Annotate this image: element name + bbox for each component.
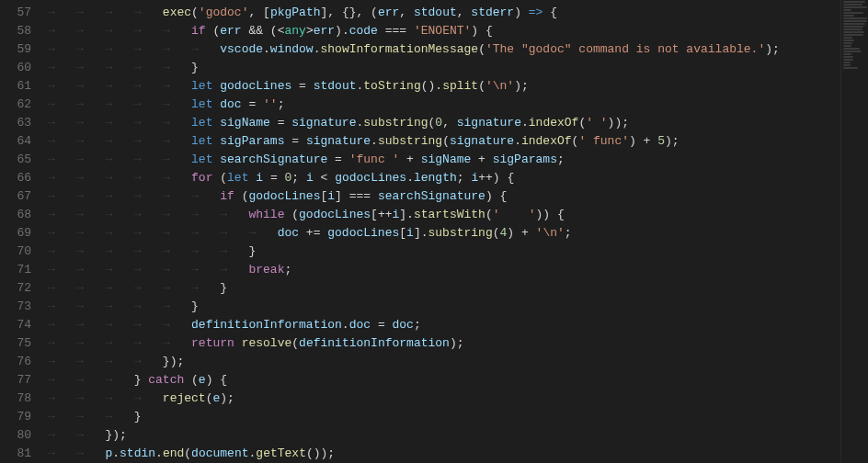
token-kw: let	[191, 96, 212, 114]
minimap-line	[843, 37, 852, 39]
token-punc: .	[155, 445, 163, 463]
line-number: 67	[0, 187, 48, 206]
token-punc: ) {	[471, 22, 492, 40]
whitespace-indent: → → → → →	[48, 298, 191, 316]
token-punc: (	[191, 4, 199, 22]
minimap-line	[843, 42, 852, 44]
token-punc: ,	[457, 4, 472, 22]
token-var: stdin	[120, 445, 155, 463]
token-fn: startsWith	[414, 206, 485, 224]
line-number: 72	[0, 279, 48, 298]
token-punc: ;	[414, 316, 421, 334]
token-punc: (	[212, 169, 227, 187]
token-punc: ) {	[485, 187, 507, 206]
token-punc: ) +	[507, 224, 535, 243]
minimap-line	[843, 1, 865, 3]
code-line[interactable]: → → → }	[48, 408, 840, 426]
code-line[interactable]: → → → → → return resolve(definitionInfor…	[48, 334, 840, 353]
code-line[interactable]: → → → → });	[48, 353, 840, 371]
token-punc: ).	[335, 22, 349, 40]
token-punc: (	[493, 224, 500, 243]
token-plain	[212, 114, 220, 132]
code-line[interactable]: → → → → → → → → doc += godocLines[i].sub…	[48, 224, 840, 243]
token-var: e	[212, 390, 220, 408]
whitespace-indent: → → → → →	[48, 151, 191, 169]
token-str: ' '	[586, 114, 607, 132]
whitespace-indent: → →	[48, 426, 105, 445]
code-line[interactable]: → → → → → let doc = '';	[48, 96, 840, 114]
token-typ: any	[284, 22, 305, 40]
minimap[interactable]	[840, 0, 868, 463]
code-line[interactable]: → → → → → → → break;	[48, 261, 840, 279]
code-line[interactable]: → → → → → → }	[48, 279, 840, 298]
code-line[interactable]: → → → → → → if (godocLines[i] === search…	[48, 187, 840, 206]
code-line[interactable]: → → → → → let godocLines = stdout.toStri…	[48, 77, 840, 96]
line-number: 60	[0, 59, 48, 77]
code-line[interactable]: → → p.stdin.end(document.getText());	[48, 445, 840, 463]
token-punc: (	[184, 445, 191, 463]
code-line[interactable]: → → → → → let searchSignature = 'func ' …	[48, 151, 840, 169]
token-fn: showInformationMessage	[320, 40, 478, 59]
token-fn: substring	[378, 132, 442, 151]
code-editor[interactable]: 5758596061626364656667686970717273747576…	[0, 0, 868, 463]
code-line[interactable]: → → → → → let sigName = signature.substr…	[48, 114, 840, 132]
code-line[interactable]: → → → → → }	[48, 59, 840, 77]
line-number: 61	[0, 77, 48, 96]
code-line[interactable]: → → → → → → → }	[48, 243, 840, 261]
token-punc: );	[665, 132, 680, 151]
token-var: sigParams	[493, 151, 557, 169]
token-var: signature	[306, 132, 371, 151]
token-var: searchSignature	[378, 187, 485, 206]
token-var: godocLines	[299, 206, 371, 224]
token-punc: );	[765, 40, 780, 59]
token-punc: ].	[399, 206, 414, 224]
token-punc: +	[471, 151, 492, 169]
code-line[interactable]: → → });	[48, 426, 840, 445]
token-var: stderr	[471, 4, 514, 22]
line-number: 75	[0, 334, 48, 353]
token-var: pkgPath	[270, 4, 321, 22]
minimap-line	[843, 15, 854, 17]
token-punc: ].	[414, 224, 428, 243]
token-str: ' '	[493, 206, 536, 224]
token-var: signature	[291, 114, 356, 132]
whitespace-indent: → → → → → →	[48, 187, 220, 206]
whitespace-indent: → → → → →	[48, 169, 191, 187]
token-var: e	[199, 371, 206, 390]
code-line[interactable]: → → → → → → vscode.window.showInformatio…	[48, 40, 840, 59]
token-kw: =>	[529, 4, 543, 22]
token-var: err	[378, 4, 399, 22]
token-punc: (	[478, 77, 485, 96]
code-line[interactable]: → → → } catch (e) {	[48, 371, 840, 390]
token-punc: });	[105, 426, 126, 445]
code-line[interactable]: → → → → exec('godoc', [pkgPath], {}, (er…	[48, 4, 840, 22]
minimap-line	[843, 40, 854, 41]
token-punc: (	[234, 187, 249, 206]
line-number: 59	[0, 40, 48, 59]
code-line[interactable]: → → → → → definitionInformation.doc = do…	[48, 316, 840, 334]
whitespace-indent: → → → → → → →	[48, 243, 248, 261]
token-punc: =	[284, 132, 305, 151]
token-punc: }	[220, 279, 227, 298]
token-punc: =	[263, 169, 284, 187]
code-line[interactable]: → → → → → let sigParams = signature.subs…	[48, 132, 840, 151]
token-var: doc	[392, 316, 413, 334]
token-fn: exec	[163, 4, 191, 22]
whitespace-indent: → → → →	[48, 390, 163, 408]
code-area[interactable]: → → → → exec('godoc', [pkgPath], {}, (er…	[48, 0, 840, 463]
token-punc: ] ===	[335, 187, 378, 206]
code-line[interactable]: → → → → → if (err && (<any>err).code ===…	[48, 22, 840, 40]
whitespace-indent: → → → →	[48, 353, 163, 371]
code-line[interactable]: → → → → reject(e);	[48, 390, 840, 408]
line-number: 76	[0, 353, 48, 371]
minimap-line	[843, 31, 864, 33]
token-str: '\n'	[536, 224, 565, 243]
token-num: 0	[284, 169, 291, 187]
code-line[interactable]: → → → → → → → while (godocLines[++i].sta…	[48, 206, 840, 224]
token-num: 5	[657, 132, 665, 151]
code-line[interactable]: → → → → → for (let i = 0; i < godocLines…	[48, 169, 840, 187]
code-line[interactable]: → → → → → }	[48, 298, 840, 316]
token-var: i	[471, 169, 478, 187]
token-punc: =	[242, 96, 263, 114]
minimap-line	[843, 12, 863, 14]
